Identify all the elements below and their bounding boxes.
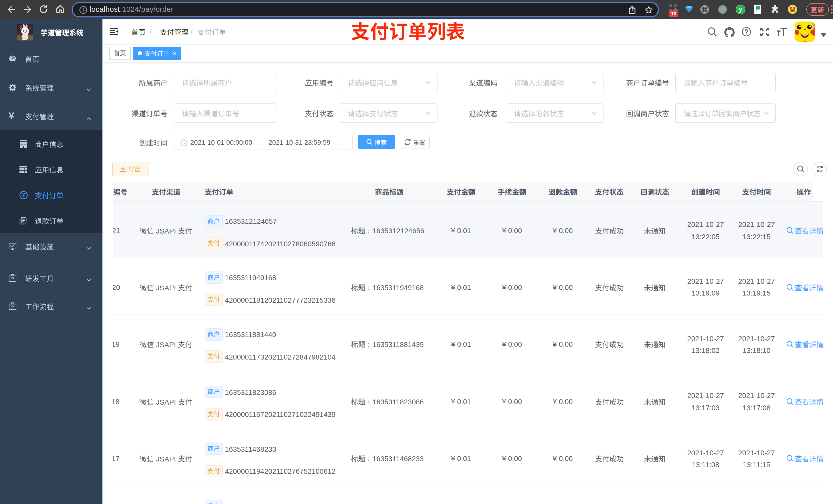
svg-text:¥: ¥	[22, 192, 25, 198]
svg-text:y: y	[739, 6, 742, 13]
